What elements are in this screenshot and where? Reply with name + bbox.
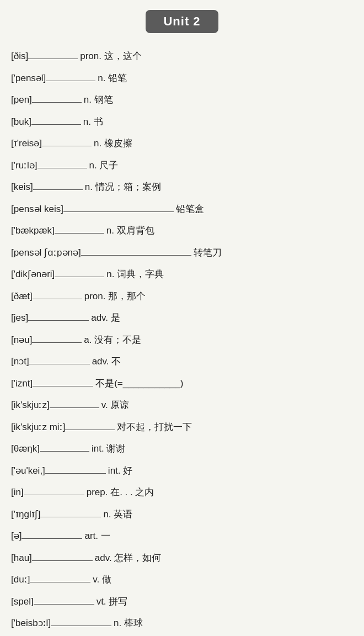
vocab-item: [ik'skjuːz miː]对不起，打扰一下 bbox=[11, 416, 353, 438]
phonetic: [jes] bbox=[11, 311, 28, 325]
blank-line bbox=[65, 430, 115, 430]
phonetic: [in] bbox=[11, 485, 24, 500]
vocab-item: ['ɪŋglɪʃ]n. 英语 bbox=[11, 504, 353, 526]
phonetic: [keis] bbox=[11, 180, 33, 194]
blank-line bbox=[33, 189, 83, 190]
phonetic: [ə] bbox=[11, 529, 22, 543]
phonetic: ['əu'kei,] bbox=[11, 464, 45, 478]
blank-line bbox=[32, 560, 93, 561]
phonetic: ['ɪŋglɪʃ] bbox=[11, 507, 40, 522]
definition: art. 一 bbox=[84, 529, 110, 543]
blank-line bbox=[40, 517, 101, 517]
definition: pron. 这，这个 bbox=[80, 49, 141, 63]
vocab-item: [hau]adv. 怎样，如何 bbox=[11, 547, 353, 569]
definition: adv. 怎样，如何 bbox=[95, 551, 162, 565]
definition: n. 橡皮擦 bbox=[94, 136, 132, 151]
definition: adv. 不 bbox=[92, 354, 121, 369]
definition: vt. 拼写 bbox=[97, 595, 128, 609]
blank-line bbox=[50, 407, 99, 408]
blank-line bbox=[30, 582, 90, 582]
blank-line bbox=[42, 146, 92, 146]
vocab-item: [jes]adv. 是 bbox=[11, 307, 353, 329]
header: Unit 2 bbox=[11, 0, 353, 45]
vocab-item: [keis]n. 情况；箱；案例 bbox=[11, 176, 353, 198]
phonetic: [ik'skjuːz] bbox=[11, 398, 50, 412]
definition: prep. 在. . . 之内 bbox=[87, 485, 154, 500]
blank-line bbox=[40, 451, 89, 452]
vocab-item: ['ruːlə]n. 尺子 bbox=[11, 155, 353, 177]
definition: 对不起，打扰一下 bbox=[117, 420, 192, 434]
phonetic: ['beisbɔːl] bbox=[11, 616, 51, 630]
phonetic: [θæŋk] bbox=[11, 442, 40, 456]
phonetic: [nɔt] bbox=[11, 354, 29, 369]
vocab-item: [nəu]a. 没有；不是 bbox=[11, 329, 353, 351]
definition: n. 钢笔 bbox=[84, 93, 113, 107]
vocab-item: ['əu'kei,]int. 好 bbox=[11, 460, 353, 482]
definition: v. 做 bbox=[93, 573, 111, 587]
phonetic: ['bækpæk] bbox=[11, 224, 55, 238]
phonetic: [hau] bbox=[11, 551, 32, 565]
unit-badge: Unit 2 bbox=[146, 10, 218, 33]
blank-line bbox=[28, 59, 78, 59]
definition: n. 情况；箱；案例 bbox=[85, 180, 161, 194]
vocab-item: [nɔt]adv. 不 bbox=[11, 351, 353, 373]
vocab-item: [pensəl keis]铅笔盒 bbox=[11, 198, 353, 220]
definition: v. 原谅 bbox=[101, 398, 130, 412]
vocab-item: ['beisbɔːl]n. 棒球 bbox=[11, 612, 353, 634]
definition: n. 铅笔 bbox=[98, 71, 127, 86]
vocab-item: [ə]art. 一 bbox=[11, 525, 353, 547]
vocab-item: ['dikʃənəri]n. 词典，字典 bbox=[11, 263, 353, 285]
phonetic: ['iznt] bbox=[11, 377, 33, 391]
definition: 转笔刀 bbox=[194, 246, 222, 260]
blank-line bbox=[51, 626, 111, 626]
vocab-item: [ik'skjuːz]v. 原谅 bbox=[11, 394, 353, 416]
phonetic: [ðis] bbox=[11, 49, 28, 63]
vocab-item: ['pensəl]n. 铅笔 bbox=[11, 67, 353, 89]
phonetic: ['ruːlə] bbox=[11, 158, 38, 173]
blank-line bbox=[38, 168, 87, 168]
definition: int. 好 bbox=[108, 464, 132, 478]
vocab-item: [θæŋk]int. 谢谢 bbox=[11, 438, 353, 460]
vocab-item: [in]prep. 在. . . 之内 bbox=[11, 481, 353, 504]
blank-line bbox=[34, 604, 94, 605]
vocab-item: [ðæt]pron. 那，那个 bbox=[11, 285, 353, 308]
definition: n. 英语 bbox=[103, 507, 132, 522]
definition: 铅笔盒 bbox=[176, 202, 204, 216]
vocab-item: ['iznt]不是(=___________) bbox=[11, 373, 353, 395]
definition: 不是(=___________) bbox=[95, 377, 183, 391]
blank-line bbox=[22, 538, 82, 539]
blank-line bbox=[32, 102, 82, 103]
vocab-item: [pen]n. 钢笔 bbox=[11, 89, 353, 111]
blank-line bbox=[81, 255, 191, 256]
phonetic: [pen] bbox=[11, 93, 32, 107]
phonetic: [ɪ'reisə] bbox=[11, 136, 42, 151]
vocab-item: ['bækpæk]n. 双肩背包 bbox=[11, 220, 353, 242]
vocab-item: [pensəl ʃɑːpənə]转笔刀 bbox=[11, 242, 353, 264]
definition: int. 谢谢 bbox=[92, 442, 125, 456]
vocab-item: [spel]vt. 拼写 bbox=[11, 591, 353, 613]
definition: n. 双肩背包 bbox=[106, 224, 154, 238]
definition: n. 词典，字典 bbox=[106, 267, 164, 282]
phonetic: [ik'skjuːz miː] bbox=[11, 420, 65, 434]
blank-line bbox=[46, 81, 95, 81]
phonetic: [buk] bbox=[11, 115, 31, 129]
blank-line bbox=[63, 211, 174, 212]
phonetic: [pensəl ʃɑːpənə] bbox=[11, 246, 81, 260]
definition: pron. 那，那个 bbox=[84, 289, 146, 304]
phonetic: ['pensəl] bbox=[11, 71, 46, 86]
phonetic: [nəu] bbox=[11, 333, 32, 347]
blank-line bbox=[31, 124, 81, 125]
blank-line bbox=[33, 299, 82, 299]
definition: a. 没有；不是 bbox=[84, 333, 141, 347]
blank-line bbox=[29, 364, 90, 364]
phonetic: [ðæt] bbox=[11, 289, 33, 304]
definition: n. 棒球 bbox=[114, 616, 143, 630]
blank-line bbox=[55, 233, 104, 234]
phonetic: ['dikʃənəri] bbox=[11, 267, 55, 282]
phonetic: [spel] bbox=[11, 595, 34, 609]
definition: adv. 是 bbox=[91, 311, 120, 325]
vocab-item: [ðis]pron. 这，这个 bbox=[11, 45, 353, 67]
definition: n. 尺子 bbox=[89, 158, 119, 173]
blank-line bbox=[28, 320, 89, 321]
phonetic: [pensəl keis] bbox=[11, 202, 63, 216]
